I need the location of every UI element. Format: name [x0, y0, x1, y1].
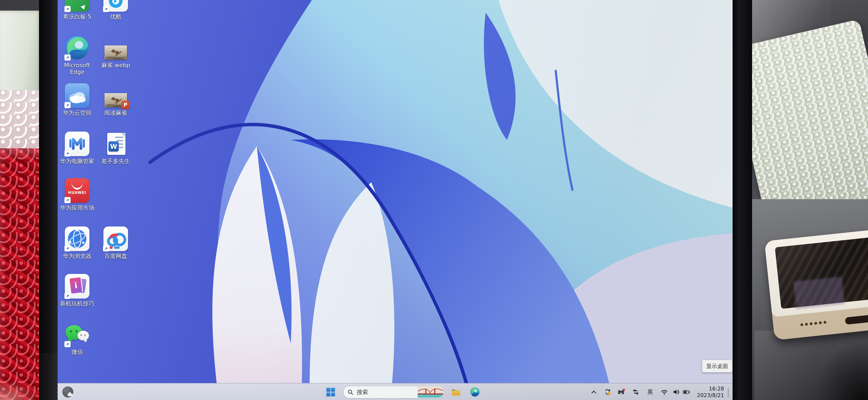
sparrow-photo-thumbnail: [104, 45, 127, 60]
seewo-glyph: EN: [65, 0, 89, 1]
phone-speaker-hole: [805, 323, 808, 326]
shortcut-arrow-icon: [103, 6, 109, 12]
icon-label: 差不多先生: [96, 158, 136, 165]
phone-screen: [775, 237, 868, 309]
doc-line: [118, 144, 123, 145]
wechat-eye: [80, 334, 82, 336]
edge-icon: [470, 387, 480, 397]
tray-battery-icon[interactable]: [682, 388, 691, 396]
pc-manager-m-icon: [618, 388, 625, 396]
icon-label: 希沃白板 5: [58, 13, 97, 20]
file-explorer-button[interactable]: [451, 387, 461, 397]
phone-usb-port: [845, 315, 868, 325]
icon-label: 华为浏览器: [58, 253, 97, 259]
phone-speaker-hole: [809, 322, 812, 325]
shortcut-arrow-icon: [64, 6, 70, 12]
phone-screen-reflection: [794, 276, 845, 309]
wechat-eye: [75, 330, 78, 332]
cursor-glyph: [81, 3, 87, 9]
desktop-icon-appgallery[interactable]: HUAWEI 华为应用市场: [58, 178, 97, 211]
desktop-icon-sparrow-webp[interactable]: 麻雀.webp: [96, 36, 136, 69]
clock-time: 16:28: [692, 386, 724, 392]
tray-pc-manager-icon[interactable]: [617, 388, 626, 396]
wechat-small-bubble: [78, 331, 89, 340]
white-box: [0, 10, 42, 99]
laptop-screen: EN 希沃白板 5 优酷 Microsoft Edge 麻雀.webp: [58, 0, 733, 400]
search-input[interactable]: 搜索: [343, 386, 444, 398]
word-w-badge: W: [108, 141, 119, 152]
windows11-bloom-wallpaper: [58, 0, 733, 400]
doc-line: [118, 147, 123, 148]
icon-label: 阅读麻雀: [96, 110, 136, 116]
widgets-weather-button[interactable]: [62, 387, 73, 397]
shortcut-arrow-icon: [64, 245, 70, 251]
ime-language-indicator[interactable]: 英: [646, 388, 654, 396]
desktop-icon-baidu-netdisk[interactable]: 百度网盘: [96, 226, 136, 259]
edge-taskbar-button[interactable]: [470, 387, 480, 397]
laptop-bezel-left: [39, 0, 58, 400]
shortcut-arrow-icon: [64, 197, 70, 203]
icon-label: 优酷: [96, 13, 136, 20]
foreground-blur: [0, 381, 36, 400]
icon-label: 华为电脑管家: [58, 158, 97, 165]
desktop-icon-seewo-whiteboard[interactable]: EN 希沃白板 5: [58, 0, 97, 20]
desktop-icon-youku[interactable]: 优酷: [96, 0, 136, 20]
battery-icon: [683, 389, 691, 395]
taskbar: 搜索: [58, 383, 733, 400]
red-beads: [0, 148, 45, 400]
clear-beads: [0, 90, 45, 154]
word-document-icon: W: [107, 133, 125, 155]
doc-line: [115, 137, 123, 138]
phone-speaker-hole: [824, 321, 827, 324]
folder-icon: [451, 387, 461, 397]
search-highlight-image: [418, 387, 443, 398]
shortcut-arrow-icon: [64, 102, 70, 108]
wechat-eye: [84, 334, 86, 336]
desktop-icon-word-doc[interactable]: W 差不多先生: [96, 131, 136, 165]
icon-label: 微信: [58, 348, 97, 355]
windows-logo-icon: [327, 388, 335, 396]
icon-label: 新机玩机技巧: [58, 300, 97, 307]
shortcut-arrow-icon: [103, 245, 109, 251]
photo-of-laptop: EN 希沃白板 5 优酷 Microsoft Edge 麻雀.webp: [0, 0, 868, 400]
search-icon: [347, 389, 354, 395]
desktop-icon-tips[interactable]: i 新机玩机技巧: [58, 274, 97, 307]
youku-play: [114, 0, 117, 3]
phone-speaker-hole: [800, 323, 803, 326]
icon-label: Microsoft Edge: [58, 62, 97, 75]
chevron-up-icon: [591, 390, 596, 394]
powerpoint-badge-icon: P: [121, 101, 130, 109]
tray-sync-icon[interactable]: [603, 388, 612, 396]
desktop-icon-huawei-browser[interactable]: 华为浏览器: [58, 226, 97, 259]
search-placeholder: 搜索: [356, 388, 368, 396]
shortcut-arrow-icon: [64, 293, 70, 299]
tray-wifi-icon[interactable]: [660, 388, 669, 396]
corner-shadow: [814, 339, 868, 400]
appgallery-arc: [71, 182, 83, 190]
wifi-icon: [661, 389, 668, 395]
shortcut-arrow-icon: [64, 341, 70, 347]
tray-overflow-chevron[interactable]: [590, 389, 598, 395]
shortcut-arrow-icon: [64, 150, 70, 157]
icon-label: 麻雀.webp: [96, 62, 136, 69]
desktop-icon-microsoft-edge[interactable]: Microsoft Edge: [58, 36, 97, 75]
taskbar-clock[interactable]: 16:28 2023/8/21: [692, 386, 724, 398]
cloud-icon: [67, 394, 73, 396]
book-front: i: [69, 277, 83, 294]
show-desktop-button[interactable]: [728, 388, 728, 397]
shortcut-arrow-icon: [64, 55, 70, 61]
start-button[interactable]: [326, 387, 335, 397]
phone-speaker-hole: [819, 321, 822, 324]
icon-label: 百度网盘: [96, 253, 136, 259]
icon-label: 华为云空间: [58, 110, 97, 116]
desktop-icon-reading-sparrow-ppt[interactable]: P 阅读麻雀: [96, 83, 136, 116]
show-desktop-tooltip: 显示桌面: [702, 360, 733, 372]
desktop-icon-wechat[interactable]: 微信: [58, 322, 97, 355]
huawei-wordmark: HUAWEI: [65, 190, 89, 195]
tray-volume-icon[interactable]: [672, 388, 680, 396]
desktop-icon-pc-manager[interactable]: 华为电脑管家: [58, 131, 97, 165]
tray-transfer-icon[interactable]: [632, 388, 640, 396]
wechat-eye: [70, 330, 72, 332]
desktop-icon-huawei-cloud[interactable]: 华为云空间: [58, 83, 97, 116]
phone-speaker-hole: [814, 322, 817, 325]
